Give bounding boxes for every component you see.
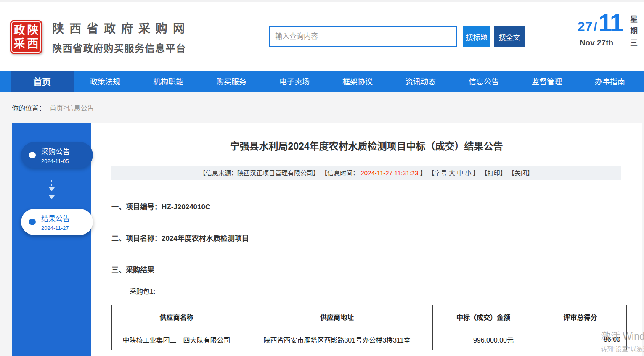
breadcrumb-label: 你的位置： bbox=[12, 103, 45, 113]
section-project-number: 一、项目编号：HZ-J2024010C bbox=[111, 201, 210, 211]
breadcrumb-current: 信息公告 bbox=[67, 103, 94, 113]
date-separator: / bbox=[594, 20, 597, 34]
content-card: 采购公告 2024-11-05 结果公告 2024-11-27 宁强县水利局20… bbox=[12, 123, 642, 356]
fontsize-small-link[interactable]: 小 bbox=[465, 169, 471, 177]
search-fulltext-button[interactable]: 搜全文 bbox=[494, 26, 525, 47]
site-name: 陕西省政府采购网 bbox=[52, 19, 190, 36]
col-supplier-name: 供应商名称 bbox=[112, 305, 241, 329]
seal-char: 陕 bbox=[27, 25, 39, 36]
search-bar: 搜标题 搜全文 bbox=[269, 26, 525, 45]
fontsize-medium-link[interactable]: 中 bbox=[457, 169, 463, 177]
step-date: 2024-11-27 bbox=[41, 225, 70, 231]
date-weekday: 星期三 bbox=[628, 15, 639, 50]
nav-item-policies[interactable]: 政策法规 bbox=[74, 71, 137, 92]
cell-review-score: 86.00 bbox=[534, 329, 627, 350]
down-arrow-icon bbox=[12, 180, 91, 202]
date-month: 11 bbox=[599, 8, 623, 37]
seal-char: 采 bbox=[14, 38, 25, 50]
meta-fontsize-label: 【字号 bbox=[428, 169, 449, 177]
nav-item-supervision[interactable]: 监督管理 bbox=[515, 71, 578, 92]
step-dot-icon bbox=[29, 152, 36, 158]
nav-item-e-marketplace[interactable]: 电子卖场 bbox=[263, 71, 326, 92]
table-header-row: 供应商名称 供应商地址 中标（成交）金额 评审总得分 bbox=[112, 305, 627, 329]
col-review-score: 评审总得分 bbox=[534, 305, 627, 329]
logo-seal-icon: 政 陕 采 西 bbox=[10, 20, 42, 54]
breadcrumb-home-link[interactable]: 首页 bbox=[50, 103, 63, 113]
fontsize-large-link[interactable]: 大 bbox=[449, 169, 455, 177]
seal-char: 西 bbox=[27, 38, 39, 50]
meta-time-end: 】 bbox=[420, 169, 427, 177]
close-link[interactable]: 【关闭】 bbox=[508, 169, 533, 177]
step-dot-icon bbox=[29, 219, 36, 225]
date-block: 27 / 11 Nov 27th bbox=[559, 8, 623, 47]
page-body: 你的位置： 首页 > 信息公告 采购公告 2024-11-05 结果公告 bbox=[0, 92, 644, 356]
timeline-sidebar: 采购公告 2024-11-05 结果公告 2024-11-27 bbox=[12, 123, 91, 356]
nav-item-functions[interactable]: 机构职能 bbox=[137, 71, 200, 92]
main-nav: 首页 政策法规 机构职能 购买服务 电子卖场 框架协议 资讯动态 信息公告 监督… bbox=[0, 71, 644, 92]
package-label: 采购包1: bbox=[130, 286, 155, 296]
date-numbers: 27 / 11 bbox=[559, 8, 623, 37]
site-logo[interactable]: 政 陕 采 西 陕西省政府采购网 陕西省政府购买服务信息平台 bbox=[10, 19, 190, 55]
step-date: 2024-11-05 bbox=[41, 158, 70, 164]
result-table: 供应商名称 供应商地址 中标（成交）金额 评审总得分 中陕核工业集团二一四大队有… bbox=[111, 305, 627, 350]
meta-fontsize-end: 】 bbox=[473, 169, 480, 177]
nav-item-purchase-services[interactable]: 购买服务 bbox=[200, 71, 263, 92]
step-title: 结果公告 bbox=[41, 213, 70, 223]
sidebar-step-procurement-notice[interactable]: 采购公告 2024-11-05 bbox=[21, 142, 93, 168]
nav-item-guide[interactable]: 办事指南 bbox=[578, 71, 641, 92]
breadcrumb-separator: > bbox=[63, 104, 67, 111]
sidebar-step-result-notice[interactable]: 结果公告 2024-11-27 bbox=[21, 209, 93, 235]
section-procurement-result: 三、采购结果 bbox=[111, 264, 154, 274]
nav-item-framework-agreements[interactable]: 框架协议 bbox=[326, 71, 389, 92]
search-title-button[interactable]: 搜标题 bbox=[463, 26, 490, 47]
nav-item-news[interactable]: 资讯动态 bbox=[389, 71, 452, 92]
meta-source: 【信息来源：陕西汉正项目管理有限公司】 bbox=[199, 169, 319, 177]
date-day: 27 bbox=[578, 19, 593, 34]
date-english: Nov 27th bbox=[559, 38, 623, 47]
step-title: 采购公告 bbox=[41, 146, 70, 156]
breadcrumb: 你的位置： 首页 > 信息公告 bbox=[0, 92, 644, 123]
print-link[interactable]: 【打印】 bbox=[481, 169, 506, 177]
cell-supplier-name: 中陕核工业集团二一四大队有限公司 bbox=[112, 329, 241, 350]
nav-item-home[interactable]: 首页 bbox=[11, 71, 74, 92]
seal-char: 政 bbox=[14, 25, 25, 36]
col-award-amount: 中标（成交）金额 bbox=[433, 305, 534, 329]
article-title: 宁强县水利局2024年度农村水质检测项目中标（成交）结果公告 bbox=[111, 138, 621, 153]
site-subtitle: 陕西省政府购买服务信息平台 bbox=[52, 40, 190, 55]
table-row: 中陕核工业集团二一四大队有限公司 陕西省西安市雁塔区西影路301号办公楼3楼31… bbox=[112, 329, 627, 350]
cell-supplier-address: 陕西省西安市雁塔区西影路301号办公楼3楼311室 bbox=[241, 329, 433, 350]
search-input[interactable] bbox=[269, 26, 457, 47]
cell-award-amount: 996,000.00元 bbox=[433, 329, 534, 350]
logo-text: 陕西省政府采购网 陕西省政府购买服务信息平台 bbox=[52, 19, 190, 55]
col-supplier-address: 供应商地址 bbox=[241, 305, 433, 329]
meta-time-label: 【信息时间： bbox=[321, 169, 359, 177]
nav-item-announcements[interactable]: 信息公告 bbox=[452, 71, 515, 92]
site-header: 政 陕 采 西 陕西省政府采购网 陕西省政府购买服务信息平台 搜标题 搜全文 2… bbox=[0, 2, 644, 71]
article-meta-bar: 【信息来源：陕西汉正项目管理有限公司】 【信息时间： 2024-11-27 11… bbox=[111, 166, 621, 180]
meta-time-value: 2024-11-27 11:31:23 bbox=[360, 169, 418, 177]
section-project-name: 二、项目名称：2024年度农村水质检测项目 bbox=[111, 232, 249, 243]
